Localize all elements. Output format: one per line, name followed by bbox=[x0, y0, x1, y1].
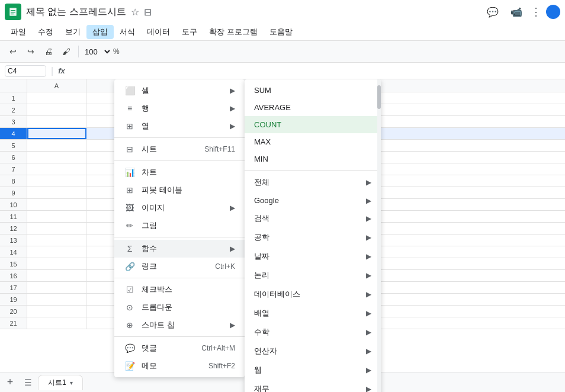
row-num[interactable]: 16 bbox=[0, 270, 27, 281]
all-sheets-btn[interactable]: ☰ bbox=[20, 375, 36, 390]
submenu-item-average[interactable]: AVERAGE bbox=[245, 99, 381, 116]
row-num[interactable]: 15 bbox=[0, 258, 27, 269]
row-num[interactable]: 14 bbox=[0, 246, 27, 258]
cell[interactable] bbox=[27, 211, 86, 222]
menu-item-file[interactable]: 파일 bbox=[5, 25, 32, 39]
row-num[interactable]: 19 bbox=[0, 294, 27, 305]
cell[interactable] bbox=[27, 175, 86, 187]
submenu-item-database[interactable]: 데이터베이스 ▶ bbox=[245, 285, 381, 304]
submenu-scrollbar[interactable] bbox=[377, 79, 381, 392]
cell[interactable] bbox=[27, 270, 86, 281]
menu-item-data[interactable]: 데이터 bbox=[141, 25, 176, 39]
cell[interactable] bbox=[27, 163, 86, 175]
row-num[interactable]: 8 bbox=[0, 175, 27, 187]
zoom-select[interactable]: 100 bbox=[82, 47, 112, 57]
menu-item-extensions[interactable]: 확장 프로그램 bbox=[203, 25, 264, 39]
cell[interactable] bbox=[27, 104, 86, 115]
avatar[interactable] bbox=[546, 5, 560, 19]
row-num[interactable]: 12 bbox=[0, 223, 27, 234]
sheet-tab-arrow[interactable]: ▾ bbox=[70, 380, 73, 386]
cell[interactable] bbox=[27, 294, 86, 305]
cell-ref-input[interactable] bbox=[5, 65, 46, 77]
menu-item-col[interactable]: ⊞ 열 ▶ bbox=[114, 117, 245, 135]
menu-item-insert[interactable]: 삽입 bbox=[86, 25, 114, 39]
row-num[interactable]: 5 bbox=[0, 140, 27, 151]
submenu-item-operator[interactable]: 연산자 ▶ bbox=[245, 342, 381, 361]
star-icon[interactable]: ☆ bbox=[131, 7, 139, 18]
submenu-item-web[interactable]: 웹 ▶ bbox=[245, 361, 381, 380]
submenu-item-sum[interactable]: SUM bbox=[245, 82, 381, 99]
submenu-item-min[interactable]: MIN bbox=[245, 150, 381, 168]
row-num[interactable]: 1 bbox=[0, 92, 27, 104]
submenu-item-date[interactable]: 날짜 ▶ bbox=[245, 247, 381, 266]
submenu-item-max[interactable]: MAX bbox=[245, 133, 381, 150]
row-num[interactable]: 13 bbox=[0, 234, 27, 246]
chat-icon-btn[interactable]: 💬 bbox=[483, 2, 502, 21]
row-num[interactable]: 7 bbox=[0, 163, 27, 175]
row-num[interactable]: 20 bbox=[0, 306, 27, 317]
menu-item-comment[interactable]: 💬 댓글 Ctrl+Alt+M bbox=[114, 339, 245, 357]
menu-item-image[interactable]: 🖼 이미지 ▶ bbox=[114, 199, 245, 217]
cell[interactable] bbox=[27, 282, 86, 293]
paint-format-btn[interactable]: 🖌 bbox=[58, 43, 75, 60]
submenu-item-financial[interactable]: 재무 ▶ bbox=[245, 380, 381, 392]
cell[interactable] bbox=[27, 317, 86, 329]
cell[interactable] bbox=[27, 116, 86, 127]
menu-item-link[interactable]: 🔗 링크 Ctrl+K bbox=[114, 258, 245, 275]
print-btn[interactable]: 🖨 bbox=[40, 43, 57, 60]
formula-input[interactable] bbox=[70, 66, 560, 75]
menu-item-cell[interactable]: ⬜ 셀 ▶ bbox=[114, 82, 245, 99]
row-num[interactable]: 2 bbox=[0, 104, 27, 115]
menu-item-tools[interactable]: 도구 bbox=[176, 25, 203, 39]
menu-item-note[interactable]: 📝 메모 Shift+F2 bbox=[114, 357, 245, 375]
cell[interactable] bbox=[27, 223, 86, 234]
submenu-scrollbar-thumb[interactable] bbox=[377, 85, 381, 109]
submenu-item-all[interactable]: 전체 ▶ bbox=[245, 173, 381, 192]
menu-item-row[interactable]: ≡ 행 ▶ bbox=[114, 99, 245, 117]
submenu-item-google[interactable]: Google ▶ bbox=[245, 192, 381, 209]
menu-item-help[interactable]: 도움말 bbox=[264, 25, 298, 39]
menu-item-pivot[interactable]: ⊞ 피봇 테이블 bbox=[114, 181, 245, 199]
cell-selected[interactable] bbox=[27, 128, 86, 139]
row-num[interactable]: 3 bbox=[0, 116, 27, 127]
col-header-A[interactable]: A bbox=[27, 79, 86, 92]
menu-item-dropdown[interactable]: ⊙ 드롭다운 bbox=[114, 298, 245, 316]
row-num[interactable]: 21 bbox=[0, 317, 27, 329]
submenu-item-count[interactable]: COUNT bbox=[245, 116, 381, 133]
undo-btn[interactable]: ↩ bbox=[5, 43, 21, 60]
menu-item-edit[interactable]: 수정 bbox=[32, 25, 59, 39]
submenu-item-engineering[interactable]: 공학 ▶ bbox=[245, 228, 381, 247]
submenu-item-array[interactable]: 배열 ▶ bbox=[245, 304, 381, 323]
menu-item-smartchip[interactable]: ⊕ 스마트 칩 ▶ bbox=[114, 316, 245, 334]
cell[interactable] bbox=[27, 187, 86, 198]
add-sheet-btn[interactable]: + bbox=[2, 375, 18, 390]
menu-item-function[interactable]: Σ 함수 ▶ bbox=[114, 240, 245, 258]
menu-item-chart[interactable]: 📊 차트 bbox=[114, 163, 245, 181]
row-num-selected[interactable]: 4 bbox=[0, 128, 27, 139]
formula-fx-icon[interactable]: fx bbox=[58, 66, 65, 75]
row-num[interactable]: 10 bbox=[0, 199, 27, 210]
video-icon-btn[interactable]: 📹 bbox=[507, 2, 526, 21]
cell[interactable] bbox=[27, 199, 86, 210]
row-num[interactable]: 17 bbox=[0, 282, 27, 293]
submenu-item-logic[interactable]: 논리 ▶ bbox=[245, 266, 381, 285]
sheet-tab-1[interactable]: 시트1 ▾ bbox=[38, 375, 83, 390]
more-btn[interactable]: ⋮ bbox=[531, 5, 541, 18]
cell[interactable] bbox=[27, 246, 86, 258]
cell[interactable] bbox=[27, 234, 86, 246]
drive-icon[interactable]: ⊟ bbox=[144, 7, 152, 18]
redo-btn[interactable]: ↪ bbox=[23, 43, 39, 60]
menu-item-drawing[interactable]: ✏ 그림 bbox=[114, 217, 245, 234]
cell[interactable] bbox=[27, 152, 86, 163]
submenu-item-math[interactable]: 수학 ▶ bbox=[245, 323, 381, 342]
cell[interactable] bbox=[27, 306, 86, 317]
row-num[interactable]: 6 bbox=[0, 152, 27, 163]
menu-item-format[interactable]: 서식 bbox=[114, 25, 141, 39]
row-num[interactable]: 9 bbox=[0, 187, 27, 198]
row-num[interactable]: 11 bbox=[0, 211, 27, 222]
cell[interactable] bbox=[27, 140, 86, 151]
cell[interactable] bbox=[27, 92, 86, 104]
menu-item-sheet[interactable]: ⊟ 시트 Shift+F11 bbox=[114, 140, 245, 158]
menu-item-view[interactable]: 보기 bbox=[59, 25, 86, 39]
cell[interactable] bbox=[27, 258, 86, 269]
